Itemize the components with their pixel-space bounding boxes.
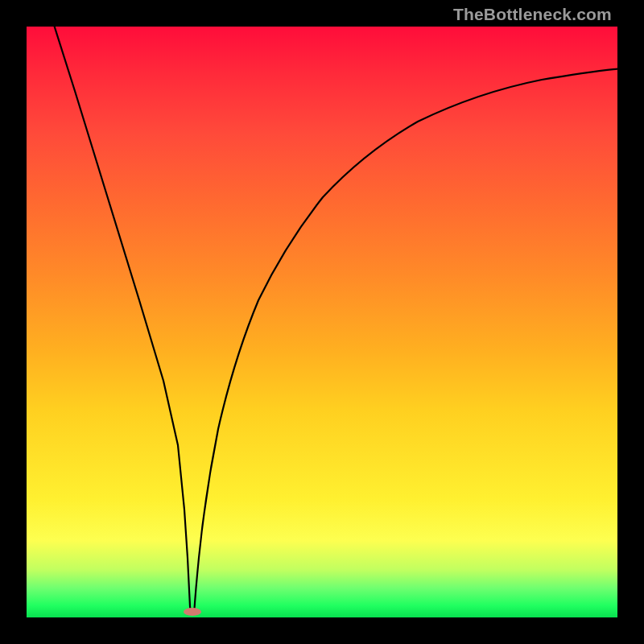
plot-area xyxy=(27,27,617,617)
curve-left-limb xyxy=(44,27,191,614)
watermark-text: TheBottleneck.com xyxy=(453,5,612,24)
bottleneck-curve xyxy=(27,27,617,617)
curve-right-limb xyxy=(194,68,617,614)
minimum-marker xyxy=(184,608,201,616)
chart-frame: TheBottleneck.com xyxy=(0,0,644,644)
